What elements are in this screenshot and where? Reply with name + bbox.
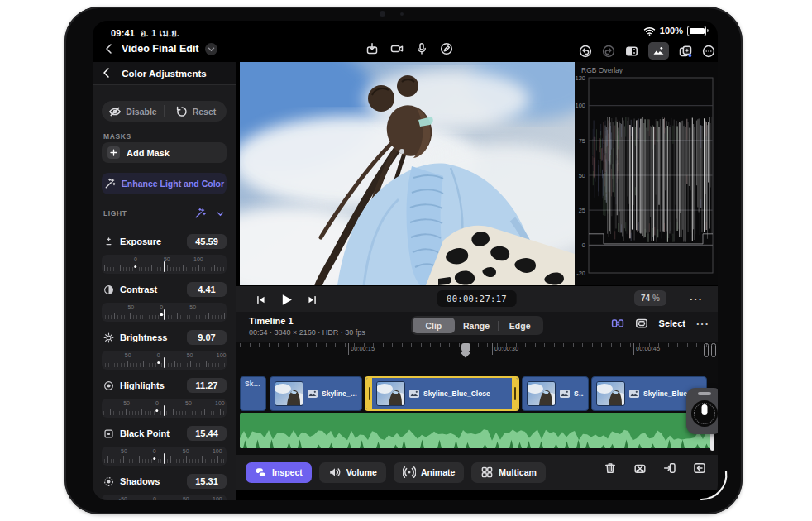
audio-track[interactable] xyxy=(240,413,711,448)
timeline-clip[interactable]: S… xyxy=(522,376,589,411)
viewer-zoom-chip[interactable]: 74% xyxy=(634,290,666,306)
select-button[interactable]: Select xyxy=(659,318,685,328)
svg-text:-20: -20 xyxy=(576,270,585,277)
slider-ruler[interactable]: -50050100 xyxy=(102,495,227,500)
playhead-handle[interactable] xyxy=(461,343,470,356)
effects-icon[interactable] xyxy=(679,45,692,58)
jog-handle[interactable] xyxy=(698,392,711,395)
clip-media-icon xyxy=(308,390,318,398)
ruler-label: 00:00:45 xyxy=(636,345,660,352)
masks-section-label: MASKS xyxy=(103,132,131,141)
color-adjustments-panel: Color Adjustments Disable Reset MASKS Ad… xyxy=(93,62,236,500)
trash-icon[interactable] xyxy=(604,461,617,475)
skip-forward-icon[interactable] xyxy=(307,294,318,305)
insert-clip-icon[interactable] xyxy=(663,461,676,475)
back-icon[interactable] xyxy=(103,42,116,55)
slider-value[interactable]: 45.59 xyxy=(187,234,227,249)
clip-thumbnail xyxy=(275,381,303,406)
eye-slash-icon xyxy=(108,105,122,118)
slider-ruler[interactable]: 050100 xyxy=(102,255,227,274)
inspect-button[interactable]: Inspect xyxy=(246,462,312,483)
slider-black-point[interactable]: Black Point15.44-50050100 xyxy=(93,424,236,471)
more-options-icon[interactable] xyxy=(702,45,715,58)
clip-media-icon xyxy=(629,390,639,398)
redo-icon[interactable] xyxy=(602,45,615,58)
light-wand-icon[interactable] xyxy=(194,208,206,219)
panel-back-icon[interactable] xyxy=(100,66,113,79)
timeline-clip[interactable]: Skyline_Blue_Wide xyxy=(270,376,362,411)
undo-icon[interactable] xyxy=(579,45,592,58)
multicam-button[interactable]: Multicam xyxy=(471,462,546,483)
add-mask-button[interactable]: Add Mask xyxy=(102,142,227,163)
magnetic-timeline-icon[interactable] xyxy=(611,317,624,330)
slider-exposure[interactable]: Exposure45.59050100 xyxy=(93,232,236,279)
pencil-icon[interactable] xyxy=(440,42,453,55)
slider-ruler[interactable]: -50050100 xyxy=(102,399,227,418)
clip-appearance-icon[interactable] xyxy=(704,343,717,357)
slider-value[interactable]: 11.27 xyxy=(187,378,227,393)
mode-edge[interactable]: Edge xyxy=(499,318,542,333)
reset-button[interactable]: Reset xyxy=(165,105,227,118)
play-icon[interactable] xyxy=(279,293,294,307)
project-title[interactable]: Video Final Edit xyxy=(122,43,199,55)
contrast-icon xyxy=(103,284,114,295)
timeline-more-icon[interactable]: ··· xyxy=(696,318,709,330)
slider-value[interactable]: 4.41 xyxy=(187,282,227,297)
slider-shadows[interactable]: Shadows15.31-50050100 xyxy=(93,472,236,500)
timeline-info: 00:54 · 3840 × 2160 · HDR · 30 fps xyxy=(249,328,365,337)
playhead-line[interactable] xyxy=(466,355,467,461)
camera-icon[interactable] xyxy=(390,42,404,55)
exposure-icon xyxy=(103,237,114,247)
volume-button[interactable]: Volume xyxy=(319,462,386,483)
mic-icon[interactable] xyxy=(415,42,428,55)
slider-value[interactable]: 15.44 xyxy=(187,426,227,441)
battery-percent: 100% xyxy=(660,26,683,36)
video-viewer[interactable] xyxy=(240,62,575,285)
highlights-icon xyxy=(103,380,114,391)
import-icon[interactable] xyxy=(365,42,379,55)
add-mask-label: Add Mask xyxy=(127,148,170,158)
panel-header: Color Adjustments xyxy=(93,62,236,85)
clock: 09:41 xyxy=(111,28,135,38)
light-collapse-icon[interactable] xyxy=(216,209,225,218)
timeline-clip[interactable]: Sk… xyxy=(240,376,266,411)
timeline-ruler[interactable]: 00:00:1500:00:3000:00:45 xyxy=(240,342,711,358)
svg-text:75: 75 xyxy=(579,137,585,145)
media-browser-icon[interactable] xyxy=(648,42,669,60)
slider-ruler[interactable]: -50050100 xyxy=(102,447,227,466)
disable-button[interactable]: Disable xyxy=(102,105,164,118)
mode-clip[interactable]: Clip xyxy=(413,318,456,333)
viewer-more-icon[interactable]: ··· xyxy=(690,293,703,305)
project-menu-chevron-icon[interactable] xyxy=(205,43,217,55)
slider-value[interactable]: 9.07 xyxy=(187,330,227,345)
slider-label: Shadows xyxy=(120,476,181,486)
slider-contrast[interactable]: Contrast4.41-50050 xyxy=(93,280,236,327)
jog-dial[interactable] xyxy=(691,400,718,427)
slider-ruler[interactable]: -50050 xyxy=(102,303,227,322)
svg-text:50: 50 xyxy=(579,172,585,179)
clip-overlay-icon[interactable] xyxy=(635,317,648,330)
wifi-icon xyxy=(643,26,656,36)
rgb-overlay-scope: RGB Overlay 1201007550250-20 xyxy=(575,62,718,285)
shadows-icon xyxy=(103,476,114,487)
slider-ruler[interactable]: -50050100 xyxy=(102,351,227,370)
mode-range[interactable]: Range xyxy=(455,318,498,333)
brightness-icon xyxy=(103,332,114,343)
multicam-icon xyxy=(480,466,494,479)
slider-brightness[interactable]: Brightness9.07-50050100 xyxy=(93,328,236,375)
clip-thumbnail xyxy=(376,381,405,406)
timeline-clip[interactable]: Skyline_Blue_Close xyxy=(365,376,519,411)
enhance-button[interactable]: Enhance Light and Color xyxy=(102,173,227,194)
cut-clip-icon[interactable] xyxy=(633,461,647,475)
jog-wheel[interactable] xyxy=(686,388,718,434)
camera-sensor xyxy=(400,12,404,16)
inspect-icon xyxy=(255,466,267,479)
skip-back-icon[interactable] xyxy=(256,294,266,305)
animate-button[interactable]: Animate xyxy=(394,462,464,483)
dual-display-icon[interactable] xyxy=(625,45,638,58)
clip-label: Skyline_Blue_Wide xyxy=(322,390,357,398)
clip-thumbnail xyxy=(527,381,556,406)
slider-highlights[interactable]: Highlights11.27-50050100 xyxy=(93,376,236,423)
slider-value[interactable]: 15.31 xyxy=(187,474,227,489)
replace-clip-icon[interactable] xyxy=(693,461,706,475)
